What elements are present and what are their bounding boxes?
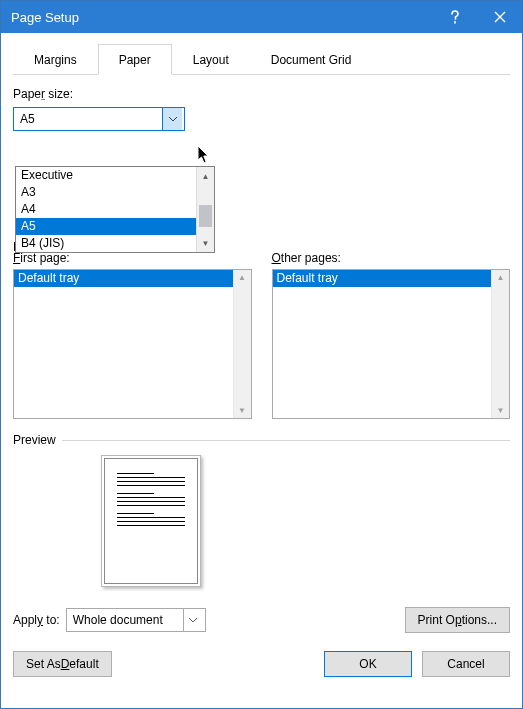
scroll-down-icon[interactable]: ▼ (197, 234, 214, 252)
tabstrip: Margins Paper Layout Document Grid (13, 43, 510, 75)
close-button[interactable] (477, 1, 522, 33)
paper-size-option-a3[interactable]: A3 (16, 184, 196, 201)
set-as-default-button[interactable]: Set As Default (13, 651, 112, 677)
paper-size-label: Paper size: (13, 87, 510, 101)
tab-margins[interactable]: Margins (13, 44, 98, 75)
tab-paper[interactable]: Paper (98, 44, 172, 75)
paper-size-option-a5[interactable]: A5 (16, 218, 196, 235)
page-setup-dialog: Page Setup Margins Paper Layout Document… (0, 0, 523, 709)
cancel-button[interactable]: Cancel (422, 651, 510, 677)
other-pages-option-default[interactable]: Default tray (273, 270, 492, 287)
scroll-thumb[interactable] (199, 205, 212, 227)
apply-to-dropdown-button[interactable] (183, 609, 203, 631)
apply-to-combo[interactable] (66, 608, 206, 632)
scroll-up-icon[interactable]: ▲ (197, 167, 214, 185)
apply-to-input[interactable] (67, 609, 183, 631)
other-pages-scrollbar: ▲▼ (491, 270, 509, 418)
paper-size-combo[interactable] (13, 107, 185, 131)
first-page-scrollbar: ▲▼ (233, 270, 251, 418)
paper-size-option-executive[interactable]: Executive (16, 167, 196, 184)
paper-size-option-a4[interactable]: A4 (16, 201, 196, 218)
other-pages-listbox[interactable]: Default tray ▲▼ (272, 269, 511, 419)
tab-document-grid[interactable]: Document Grid (250, 44, 373, 75)
paper-size-option-b4jis[interactable]: B4 (JIS) (16, 235, 196, 252)
ok-button[interactable]: OK (324, 651, 412, 677)
titlebar: Page Setup (1, 1, 522, 33)
paper-size-dropdown-list[interactable]: Executive A3 A4 A5 B4 (JIS) ▲ ▼ (15, 166, 215, 253)
paper-size-input[interactable] (14, 108, 162, 130)
tab-document-grid-label: Document Grid (271, 53, 352, 67)
help-button[interactable] (432, 1, 477, 33)
preview-thumbnail (101, 455, 201, 587)
tab-layout-label: Layout (193, 53, 229, 67)
dialog-title: Page Setup (11, 10, 432, 25)
paper-size-dropdown-button[interactable] (162, 108, 182, 130)
print-options-button[interactable]: Print Options... (405, 607, 510, 633)
dropdown-scrollbar[interactable]: ▲ ▼ (196, 167, 214, 252)
tab-paper-label: Paper (119, 53, 151, 67)
tab-layout[interactable]: Layout (172, 44, 250, 75)
first-page-listbox[interactable]: Default tray ▲▼ (13, 269, 252, 419)
preview-label: Preview (13, 433, 56, 447)
tab-margins-label: Margins (34, 53, 77, 67)
first-page-option-default[interactable]: Default tray (14, 270, 233, 287)
